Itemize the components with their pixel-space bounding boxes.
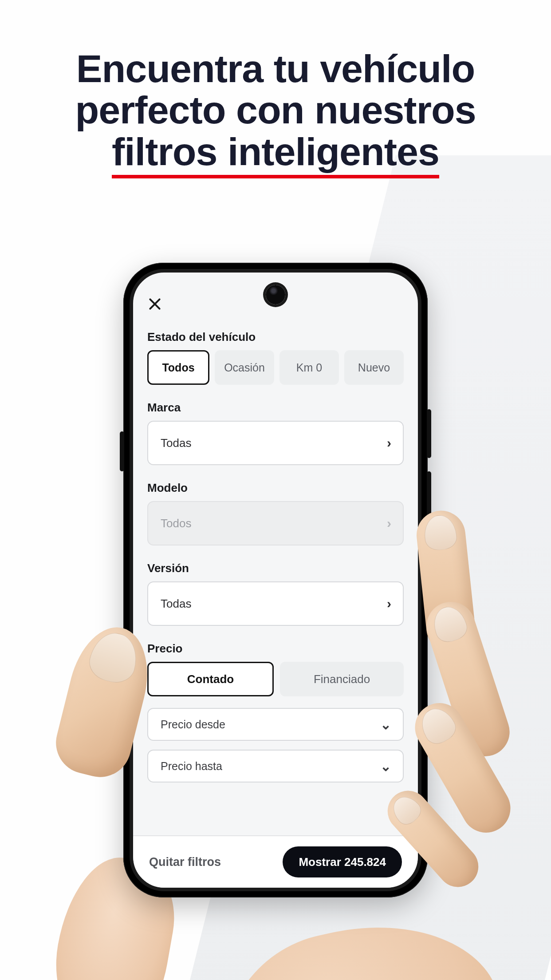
price-to-dropdown[interactable]: Precio hasta ⌄	[147, 750, 404, 782]
show-results-button[interactable]: Mostrar 245.824	[283, 846, 402, 877]
chevron-right-icon: ›	[387, 516, 391, 531]
state-chip-nuevo[interactable]: Nuevo	[344, 350, 404, 385]
model-picker: Todos ›	[147, 501, 404, 545]
brand-picker[interactable]: Todas ›	[147, 421, 404, 465]
phone-frame: Estado del vehículo Todos Ocasión Km 0 N…	[123, 263, 428, 897]
version-label: Versión	[147, 561, 404, 575]
hero-line-1: Encuentra tu vehículo	[76, 47, 475, 91]
price-mode-financiado[interactable]: Financiado	[280, 662, 404, 696]
chevron-right-icon: ›	[387, 596, 391, 611]
filters-footer: Quitar filtros Mostrar 245.824	[133, 835, 418, 888]
brand-value: Todas	[161, 436, 191, 450]
price-to-label: Precio hasta	[161, 760, 222, 773]
version-picker[interactable]: Todas ›	[147, 581, 404, 626]
state-chip-ocasion[interactable]: Ocasión	[215, 350, 274, 385]
state-label: Estado del vehículo	[147, 330, 404, 344]
price-mode-toggle: Contado Financiado	[147, 662, 404, 696]
version-value: Todas	[161, 597, 191, 611]
price-label: Precio	[147, 642, 404, 656]
hero-heading: Encuentra tu vehículo perfecto con nuest…	[0, 0, 551, 178]
filters-screen: Estado del vehículo Todos Ocasión Km 0 N…	[133, 273, 418, 888]
state-chip-km0[interactable]: Km 0	[279, 350, 339, 385]
chevron-down-icon: ⌄	[380, 759, 391, 774]
state-chip-todos[interactable]: Todos	[147, 350, 209, 385]
price-from-label: Precio desde	[161, 718, 225, 731]
hero-line-3: filtros inteligentes	[112, 131, 439, 178]
model-label: Modelo	[147, 481, 404, 495]
chevron-right-icon: ›	[387, 435, 391, 450]
state-chip-group: Todos Ocasión Km 0 Nuevo	[147, 350, 404, 385]
model-value: Todos	[161, 517, 191, 530]
chevron-down-icon: ⌄	[380, 717, 391, 732]
brand-label: Marca	[147, 401, 404, 415]
hero-line-2: perfecto con nuestros	[75, 88, 476, 132]
show-count: 245.824	[344, 855, 386, 869]
close-icon[interactable]	[147, 296, 162, 312]
show-prefix: Mostrar	[299, 855, 341, 869]
phone-camera	[266, 285, 285, 304]
price-from-dropdown[interactable]: Precio desde ⌄	[147, 708, 404, 741]
clear-filters-button[interactable]: Quitar filtros	[149, 855, 221, 869]
price-mode-contado[interactable]: Contado	[147, 662, 274, 696]
